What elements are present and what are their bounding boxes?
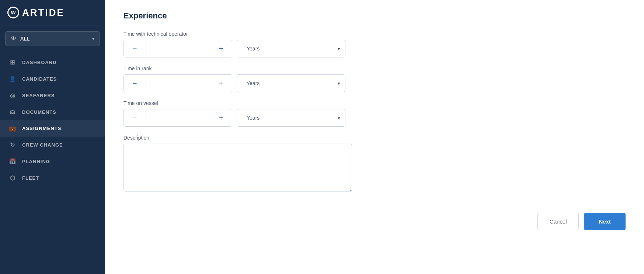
field-description: Description: [123, 135, 626, 193]
assignments-icon: 💼: [9, 125, 16, 132]
row-time-technical: − + × Years Months ▾: [123, 40, 626, 57]
form-actions: Cancel Next: [123, 213, 626, 230]
logo-circle: W: [7, 7, 19, 18]
sidebar-item-label-crew-change: CREW CHANGE: [22, 142, 63, 148]
sidebar-item-dashboard[interactable]: ⊞ DASHBOARD: [0, 54, 105, 71]
sidebar-item-fleet[interactable]: ⬡ FLEET: [0, 170, 105, 186]
fleet-icon: ⬡: [9, 175, 16, 182]
sidebar-item-assignments[interactable]: 💼 ASSIGNMENTS: [0, 120, 105, 137]
row-time-vessel: − + × Years Months ▾: [123, 109, 626, 127]
increment-time-rank[interactable]: +: [210, 75, 232, 92]
sidebar-item-candidates[interactable]: 👤 CANDIDATES: [0, 71, 105, 87]
description-textarea[interactable]: [123, 144, 352, 192]
sidebar-item-label-dashboard: DASHBOARD: [22, 60, 57, 65]
candidates-icon: 👤: [9, 75, 16, 82]
sidebar-item-crew-change[interactable]: ↻ CREW CHANGE: [0, 137, 105, 153]
unit-select-time-vessel[interactable]: Years Months: [237, 109, 345, 127]
unit-select-time-technical[interactable]: Years Months: [237, 40, 345, 57]
decrement-time-technical[interactable]: −: [124, 40, 146, 57]
cancel-button[interactable]: Cancel: [537, 213, 579, 230]
increment-time-vessel[interactable]: +: [210, 109, 232, 126]
field-time-technical: Time with technical operator − + × Years…: [123, 31, 626, 57]
stepper-time-vessel: − +: [123, 109, 232, 127]
dashboard-icon: ⊞: [9, 59, 16, 66]
sidebar-item-label-planning: PLANNING: [22, 159, 50, 164]
sidebar-item-planning[interactable]: 📅 PLANNING: [0, 153, 105, 170]
crew-change-icon: ↻: [9, 141, 16, 148]
sidebar-item-label-candidates: CANDIDATES: [22, 76, 57, 82]
planning-icon: 📅: [9, 158, 16, 165]
main-content: Experience Time with technical operator …: [105, 0, 644, 274]
label-time-vessel: Time on vessel: [123, 100, 626, 106]
decrement-time-rank[interactable]: −: [124, 75, 146, 92]
filter-label: ALL: [20, 36, 92, 42]
filter-dropdown[interactable]: 👁 ALL ▾: [5, 31, 100, 46]
unit-wrapper-time-technical: × Years Months ▾: [237, 40, 345, 57]
unit-select-time-rank[interactable]: Years Months: [237, 74, 345, 92]
sidebar-item-label-documents: DOCUMENTS: [22, 109, 56, 115]
field-time-vessel: Time on vessel − + × Years Months ▾: [123, 100, 626, 127]
experience-form: Time with technical operator − + × Years…: [123, 31, 626, 201]
chevron-down-icon: ▾: [92, 36, 94, 41]
seafarers-icon: ◎: [9, 92, 16, 99]
sidebar: W ARTIDE 👁 ALL ▾ ⊞ DASHBOARD 👤 CANDIDATE…: [0, 0, 105, 274]
label-time-rank: Time in rank: [123, 66, 626, 71]
row-time-rank: − + × Years Months ▾: [123, 74, 626, 92]
sidebar-item-label-assignments: ASSIGNMENTS: [22, 126, 61, 131]
sidebar-item-label-fleet: FLEET: [22, 175, 39, 181]
logo-text: ARTIDE: [22, 7, 65, 18]
label-time-technical: Time with technical operator: [123, 31, 626, 37]
decrement-time-vessel[interactable]: −: [124, 109, 146, 126]
label-description: Description: [123, 135, 626, 141]
sidebar-item-label-seafarers: SEAFARERS: [22, 93, 55, 98]
eye-icon: 👁: [11, 35, 17, 42]
next-button[interactable]: Next: [584, 213, 626, 230]
sidebar-nav: ⊞ DASHBOARD 👤 CANDIDATES ◎ SEAFARERS 🗂 D…: [0, 52, 105, 274]
unit-wrapper-time-rank: × Years Months ▾: [237, 74, 345, 92]
sidebar-item-seafarers[interactable]: ◎ SEAFARERS: [0, 87, 105, 104]
logo-area: W ARTIDE: [0, 0, 105, 25]
stepper-time-rank: − +: [123, 74, 232, 92]
sidebar-item-documents[interactable]: 🗂 DOCUMENTS: [0, 104, 105, 120]
documents-icon: 🗂: [9, 109, 16, 115]
unit-wrapper-time-vessel: × Years Months ▾: [237, 109, 345, 127]
field-time-rank: Time in rank − + × Years Months ▾: [123, 66, 626, 92]
increment-time-technical[interactable]: +: [210, 40, 232, 57]
page-title: Experience: [123, 11, 626, 21]
stepper-time-technical: − +: [123, 40, 232, 57]
